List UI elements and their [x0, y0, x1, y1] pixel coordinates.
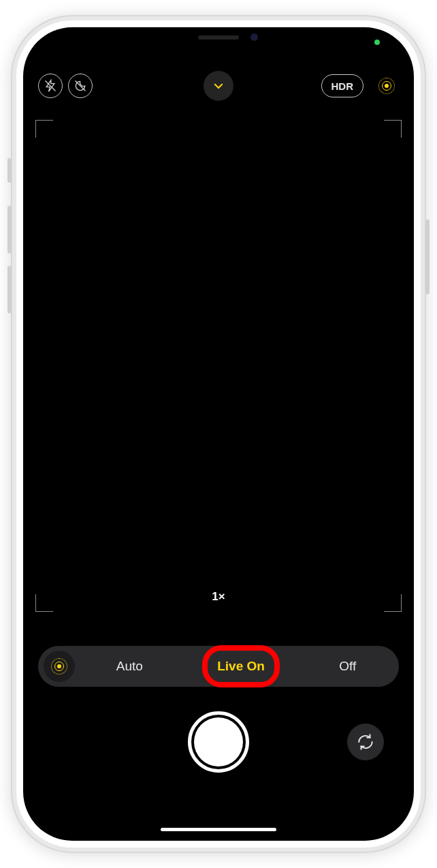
viewfinder-corner [384, 120, 402, 138]
night-mode-off-icon[interactable] [68, 74, 93, 98]
live-photo-options-bar: Auto Live On Off [38, 646, 399, 687]
camera-top-bar: HDR [23, 65, 414, 106]
notch [130, 27, 307, 50]
mute-switch [7, 158, 12, 183]
live-photo-toggle-icon[interactable] [374, 74, 399, 98]
hdr-button[interactable]: HDR [321, 74, 364, 97]
volume-up-button [7, 206, 12, 253]
camera-flip-button[interactable] [347, 724, 384, 760]
last-photo-thumbnail[interactable] [61, 744, 67, 749]
viewfinder-corner [35, 120, 53, 138]
volume-down-button [7, 266, 12, 313]
live-photo-options: Auto Live On Off [79, 656, 393, 677]
phone-frame: HDR 1× Auto Live On Off [11, 15, 426, 853]
home-indicator[interactable] [161, 828, 276, 831]
hdr-label: HDR [331, 80, 354, 92]
shutter-button[interactable] [188, 711, 249, 773]
screen: HDR 1× Auto Live On Off [23, 27, 414, 841]
live-option-auto[interactable]: Auto [111, 656, 148, 677]
viewfinder-corner [35, 594, 53, 612]
live-option-off[interactable]: Off [334, 656, 361, 677]
camera-indicator-dot [374, 40, 380, 45]
live-photo-icon[interactable] [44, 651, 75, 682]
live-option-live-on[interactable]: Live On [212, 656, 270, 677]
flash-off-icon[interactable] [38, 74, 63, 98]
power-button [425, 219, 430, 294]
viewfinder-corner [384, 594, 402, 612]
zoom-level-button[interactable]: 1× [212, 590, 225, 604]
expand-controls-button[interactable] [204, 71, 233, 101]
